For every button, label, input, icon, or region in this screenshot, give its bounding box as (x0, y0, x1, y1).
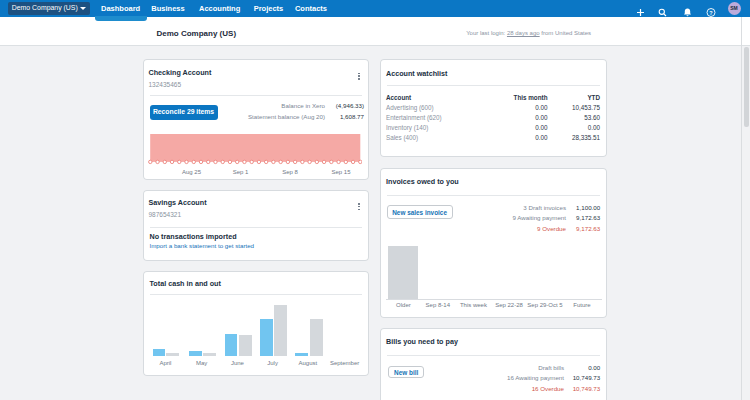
svg-text:?: ? (709, 9, 713, 15)
